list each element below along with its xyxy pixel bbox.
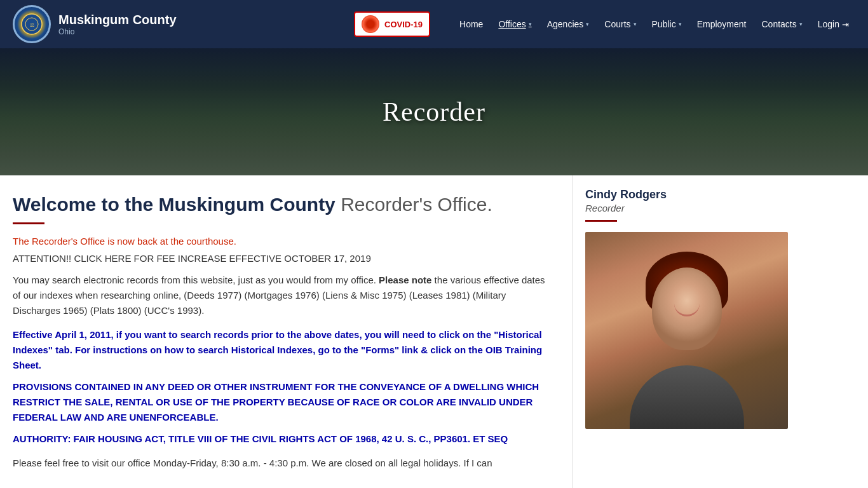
- covid-icon: [362, 15, 379, 33]
- hero-banner: Recorder: [0, 48, 868, 175]
- svg-text:⚖: ⚖: [30, 22, 34, 28]
- recorder-title: Recorder: [585, 203, 788, 214]
- seal-icon: ⚖: [20, 13, 43, 36]
- nav-agencies[interactable]: Agencies ▾: [541, 15, 596, 33]
- offices-chevron-icon: ▾: [529, 21, 532, 27]
- nav-public[interactable]: Public ▾: [646, 15, 688, 33]
- welcome-heading: Welcome to the Muskingum County Recorder…: [13, 193, 553, 216]
- nav-courts[interactable]: Courts ▾: [598, 15, 642, 33]
- photo-smile: [674, 304, 700, 316]
- main-layout: Welcome to the Muskingum County Recorder…: [0, 175, 868, 488]
- recorder-photo: [585, 232, 788, 429]
- recorder-name: Cindy Rodgers: [585, 188, 788, 201]
- photo-face: [652, 268, 722, 350]
- login-button[interactable]: Login ⇥: [811, 15, 855, 33]
- site-header: ⚖ Muskingum County Ohio COVID-19 Home Of…: [0, 0, 868, 48]
- courthouse-link[interactable]: The Recorder's Office is now back at the…: [13, 236, 236, 247]
- fair-housing-notice: PROVISIONS CONTAINED IN ANY DEED OR OTHE…: [13, 379, 553, 425]
- sidebar-divider: [585, 220, 617, 222]
- nav-offices[interactable]: Offices ▾: [492, 15, 538, 33]
- site-subtitle: Ohio: [58, 27, 177, 36]
- page-title: Recorder: [383, 97, 485, 127]
- historical-indexes-notice[interactable]: Effective April 1, 2011, if you want to …: [13, 327, 553, 373]
- courts-chevron-icon: ▾: [634, 21, 637, 27]
- fee-increase-notice[interactable]: ATTENTION!! CLICK HERE FOR FEE INCREASE …: [13, 253, 553, 264]
- public-chevron-icon: ▾: [679, 21, 682, 27]
- site-title-area: Muskingum County Ohio: [58, 13, 177, 36]
- nav-employment[interactable]: Employment: [691, 15, 753, 33]
- logo-area: ⚖ Muskingum County Ohio: [13, 5, 177, 43]
- main-content: Welcome to the Muskingum County Recorder…: [0, 175, 572, 488]
- covid-badge[interactable]: COVID-19: [354, 11, 430, 37]
- please-note-bold: Please note: [379, 274, 431, 285]
- nav-home[interactable]: Home: [453, 15, 489, 33]
- fair-housing-authority: AUTHORITY: FAIR HOUSING ACT, TITLE VIII …: [13, 431, 553, 447]
- site-title: Muskingum County: [58, 13, 177, 27]
- search-notice-para: You may search electronic records from t…: [13, 273, 553, 318]
- login-icon: ⇥: [842, 20, 849, 29]
- heading-divider: [13, 222, 44, 224]
- photo-shoulders: [630, 365, 744, 429]
- main-nav: Home Offices ▾ Agencies ▾ Courts ▾ Publi…: [453, 15, 855, 33]
- notice-red[interactable]: The Recorder's Office is now back at the…: [13, 236, 553, 247]
- covid-label: COVID-19: [384, 20, 423, 29]
- agencies-chevron-icon: ▾: [586, 21, 589, 27]
- nav-contacts[interactable]: Contacts ▾: [755, 15, 808, 33]
- visit-notice: Please feel free to visit our office Mon…: [13, 456, 553, 471]
- sidebar: Cindy Rodgers Recorder: [572, 175, 801, 488]
- contacts-chevron-icon: ▾: [799, 21, 803, 27]
- site-seal: ⚖: [13, 5, 51, 43]
